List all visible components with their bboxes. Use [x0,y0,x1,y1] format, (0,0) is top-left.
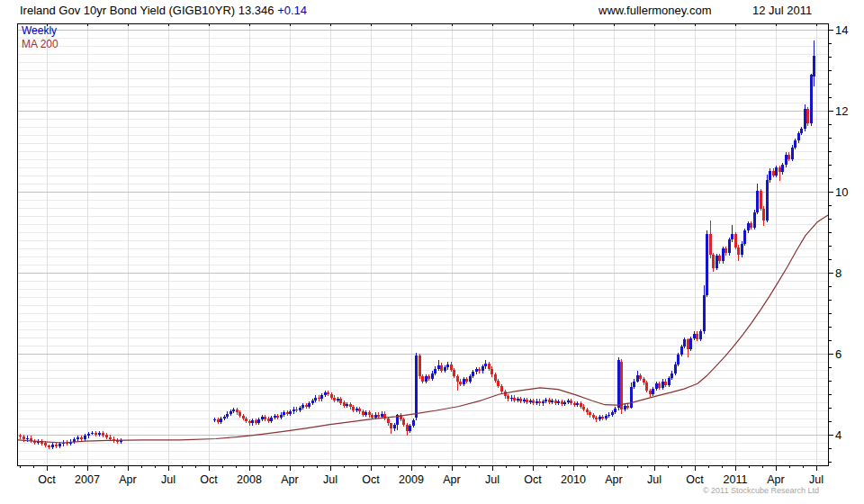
candles-layer [19,40,815,449]
x-axis-label: Apr [767,473,784,486]
legend-ma200: MA 200 [22,38,58,50]
y-axis-label: 12 [835,104,848,118]
copyright-notice: © 2011 Stockcube Research Ltd [703,486,819,495]
y-axis-label: 10 [835,185,848,199]
x-axis-label: Oct [38,473,56,486]
y-axis-label: 6 [835,347,842,361]
chart-window: Ireland Gov 10yr Bond Yield (GIGB10YR) 1… [0,0,864,504]
x-axis-label: Jul [809,473,824,486]
x-axis-label: 2008 [237,473,262,486]
y-axis-label: 8 [835,266,842,280]
x-axis-label: 2007 [75,473,100,486]
x-axis-label: Oct [200,473,218,486]
x-axis-label: Apr [443,473,460,486]
y-axis-labels: 468101214 [835,23,848,442]
x-axis-label: 2011 [724,473,748,486]
x-axis-label: Apr [281,473,298,486]
y-axis-label: 14 [835,23,848,37]
x-axis-label: Jul [323,473,338,486]
x-axis-label: Oct [686,473,704,486]
x-axis-label: Jul [161,473,176,486]
price-chart: Oct2007AprJulOct2008AprJulOct2009AprJulO… [0,0,864,504]
x-axis-labels: Oct2007AprJulOct2008AprJulOct2009AprJulO… [38,473,824,486]
x-axis-label: Jul [485,473,500,486]
x-axis-label: 2009 [399,473,424,486]
x-axis-label: Apr [119,473,136,486]
legend-weekly: Weekly [22,24,57,37]
x-axis-label: Oct [524,473,542,486]
x-axis-label: Jul [647,473,662,486]
x-axis-label: Oct [362,473,380,486]
y-axis-label: 4 [835,428,842,442]
x-axis-label: 2010 [561,473,586,486]
x-axis-label: Apr [605,473,622,486]
